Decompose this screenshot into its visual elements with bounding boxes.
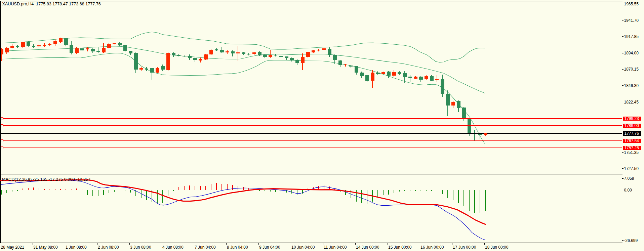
svg-text:1870.15: 1870.15: [624, 67, 639, 72]
svg-text:1822.45: 1822.45: [624, 100, 639, 104]
svg-text:1917.85: 1917.85: [624, 34, 639, 39]
svg-text:1757.25: 1757.25: [625, 145, 639, 150]
svg-text:MACD(12,26,9) -25.165 -17.275: MACD(12,26,9) -25.165 -17.275 0.000 -10.…: [2, 177, 90, 182]
svg-text:1777.76: 1777.76: [625, 131, 639, 136]
svg-text:1941.70: 1941.70: [624, 18, 639, 23]
svg-text:10 Jun 04:00: 10 Jun 04:00: [291, 245, 315, 250]
svg-text:7.058: 7.058: [624, 176, 634, 181]
svg-text:14 Jun 00:00: 14 Jun 00:00: [356, 245, 379, 250]
svg-text:1751.35: 1751.35: [624, 150, 639, 155]
svg-text:1789.00: 1789.00: [625, 123, 639, 128]
svg-text:4 Jun 08:00: 4 Jun 08:00: [162, 245, 184, 250]
svg-text:3 Jun 08:00: 3 Jun 08:00: [130, 245, 151, 250]
svg-text:16 Jun 00:00: 16 Jun 00:00: [420, 245, 444, 250]
svg-text:-26.699: -26.699: [624, 238, 638, 243]
svg-text:11 Jun 04:00: 11 Jun 04:00: [324, 245, 347, 250]
svg-text:1846.30: 1846.30: [624, 83, 639, 88]
svg-text:1799.23: 1799.23: [625, 116, 639, 121]
svg-text:17 Jun 00:00: 17 Jun 00:00: [453, 245, 476, 250]
svg-text:0.00: 0.00: [624, 188, 632, 193]
svg-text:28 May 2021: 28 May 2021: [1, 245, 25, 250]
svg-text:15 Jun 00:00: 15 Jun 00:00: [388, 245, 412, 250]
svg-text:18 Jun 00:00: 18 Jun 00:00: [485, 245, 509, 250]
svg-text:1727.50: 1727.50: [624, 166, 639, 171]
svg-text:1767.54: 1767.54: [625, 138, 639, 143]
svg-text:9 Jun 04:00: 9 Jun 04:00: [259, 245, 280, 250]
svg-text:1 Jun 08:00: 1 Jun 08:00: [66, 245, 87, 250]
svg-text:31 May 08:00: 31 May 08:00: [33, 245, 58, 250]
svg-text:XAUUSD.pro,H4 1775.83 1778.47: XAUUSD.pro,H4 1775.83 1778.47 1773.68 17…: [2, 2, 101, 6]
svg-text:2 Jun 08:00: 2 Jun 08:00: [98, 245, 119, 250]
svg-text:8 Jun 04:00: 8 Jun 04:00: [227, 245, 248, 250]
svg-text:1965.55: 1965.55: [624, 2, 639, 6]
svg-text:1894.00: 1894.00: [624, 51, 639, 55]
svg-text:7 Jun 04:00: 7 Jun 04:00: [195, 245, 216, 250]
